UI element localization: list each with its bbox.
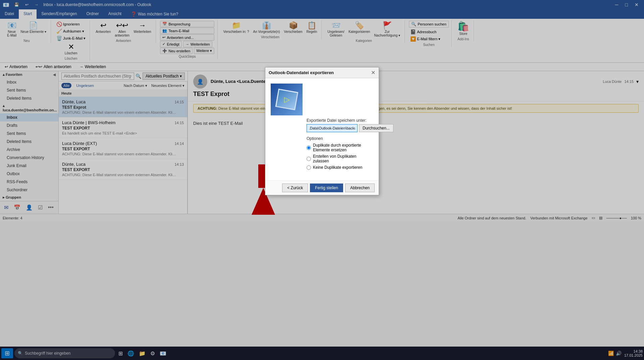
radio-replace-input[interactable]	[307, 146, 311, 150]
radio-none-label: Keine Duplikate exportieren	[313, 165, 362, 170]
modal-image: ▷	[271, 84, 303, 115]
modal-overlay: Outlook-Datendatei exportieren ✕ ▷ Expor…	[0, 0, 644, 360]
modal-title-bar: Outlook-Datendatei exportieren ✕	[265, 67, 379, 78]
modal-options-label: Optionen	[307, 136, 373, 141]
export-dialog: Outlook-Datendatei exportieren ✕ ▷ Expor…	[265, 67, 379, 195]
modal-body: ▷ Exportierte Datei speichern unter: Dur…	[265, 78, 379, 181]
modal-radio-allow[interactable]: Erstellen von Duplikaten zulassen	[307, 154, 373, 163]
radio-none-input[interactable]	[307, 165, 311, 170]
modal-right-content: Exportierte Datei speichern unter: Durch…	[307, 84, 373, 170]
modal-footer: < Zurück Fertig stellen Abbrechen	[265, 181, 379, 195]
modal-finish-button[interactable]: Fertig stellen	[310, 184, 343, 192]
modal-radio-none[interactable]: Keine Duplikate exportieren	[307, 165, 373, 170]
modal-image-inner: ▷	[275, 89, 298, 110]
modal-browse-button[interactable]: Durchsuchen...	[359, 124, 393, 132]
modal-radio-replace[interactable]: Duplikate durch exportierte Elemente ers…	[307, 143, 373, 152]
modal-back-button[interactable]: < Zurück	[282, 184, 308, 192]
modal-field-label: Exportierte Datei speichern unter:	[307, 118, 373, 123]
modal-radio-group: Duplikate durch exportierte Elemente ers…	[307, 143, 373, 170]
modal-title: Outlook-Datendatei exportieren	[269, 70, 334, 75]
modal-cancel-button[interactable]: Abbrechen	[345, 184, 375, 192]
radio-allow-input[interactable]	[307, 157, 311, 161]
radio-allow-label: Erstellen von Duplikaten zulassen	[313, 154, 373, 163]
modal-field-row: Durchsuchen...	[307, 124, 373, 132]
modal-close-button[interactable]: ✕	[371, 69, 375, 76]
radio-replace-label: Duplikate durch exportierte Elemente ers…	[313, 143, 373, 152]
modal-filepath-input[interactable]	[307, 124, 358, 132]
